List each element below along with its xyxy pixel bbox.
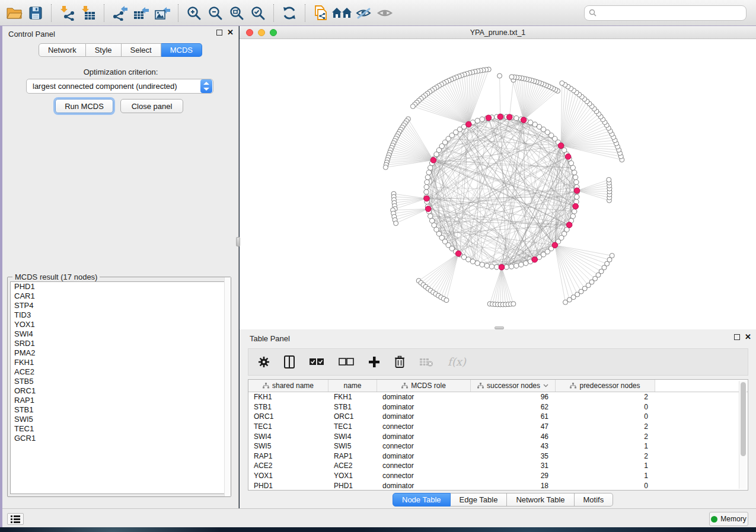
select-all-button[interactable] bbox=[309, 358, 324, 366]
mcds-list-scrollbar[interactable] bbox=[224, 277, 231, 496]
export-table-button[interactable] bbox=[130, 2, 152, 24]
table-row[interactable]: FKH1FKH1dominator962 bbox=[248, 392, 748, 402]
function-builder-button[interactable]: f(x) bbox=[448, 357, 466, 367]
mcds-result-item[interactable]: SRD1 bbox=[11, 339, 228, 348]
close-panel-icon[interactable]: ✕ bbox=[745, 334, 751, 340]
mcds-result-item[interactable]: STB5 bbox=[11, 377, 228, 386]
tab-network[interactable]: Network bbox=[39, 43, 86, 57]
show-columns-button[interactable] bbox=[284, 355, 295, 368]
mcds-result-item[interactable]: STB1 bbox=[11, 405, 228, 415]
table-row[interactable]: ACE2ACE2connector311 bbox=[248, 461, 748, 471]
table-cell: ORC1 bbox=[328, 412, 377, 421]
duplicate-network-button[interactable] bbox=[310, 2, 331, 24]
delete-column-button[interactable] bbox=[394, 355, 405, 368]
table-cell: 1 bbox=[556, 442, 655, 450]
run-mcds-button[interactable]: Run MCDS bbox=[55, 99, 113, 113]
table-cell: dominator bbox=[377, 412, 471, 421]
network-title: YPA_prune.txt_1 bbox=[240, 28, 756, 37]
import-network-button[interactable] bbox=[56, 2, 78, 24]
delete-table-button[interactable] bbox=[419, 357, 433, 367]
shared-column-icon bbox=[477, 383, 484, 389]
table-cell: 46 bbox=[471, 432, 556, 441]
column-header-successor-nodes[interactable]: successor nodes bbox=[471, 380, 556, 392]
settings-gear-button[interactable] bbox=[258, 356, 270, 368]
table-cell: SWI5 bbox=[248, 442, 328, 450]
tab-network-table[interactable]: Network Table bbox=[507, 493, 574, 507]
mcds-result-item[interactable]: STP4 bbox=[11, 301, 228, 310]
mcds-result-item[interactable]: FKH1 bbox=[11, 358, 228, 367]
mcds-result-item[interactable]: GCR1 bbox=[11, 434, 228, 443]
column-header-predecessor-nodes[interactable]: predecessor nodes bbox=[556, 380, 655, 392]
zoom-selected-button[interactable] bbox=[247, 2, 269, 24]
mcds-result-item[interactable]: PMA2 bbox=[11, 348, 228, 358]
import-table-button[interactable] bbox=[78, 2, 99, 24]
table-row[interactable]: PHD1PHD1dominator180 bbox=[248, 480, 748, 491]
table-cell: ACE2 bbox=[248, 462, 328, 470]
zoom-fit-button[interactable] bbox=[226, 2, 247, 24]
mcds-result-item[interactable]: YOX1 bbox=[11, 320, 228, 329]
zoom-in-button[interactable] bbox=[183, 2, 205, 24]
mcds-result-item[interactable]: PHD1 bbox=[11, 282, 228, 291]
mcds-result-item[interactable]: TID3 bbox=[11, 310, 228, 320]
mcds-result-list[interactable]: PHD1CAR1STP4TID3YOX1SWI4SRD1PMA2FKH1ACE2… bbox=[10, 281, 228, 494]
column-header-mcds-role[interactable]: MCDS role bbox=[377, 380, 471, 392]
network-canvas[interactable] bbox=[240, 39, 756, 326]
tab-mcds[interactable]: MCDS bbox=[161, 43, 202, 57]
table-row[interactable]: SWI4SWI4dominator462 bbox=[248, 431, 748, 441]
save-session-button[interactable] bbox=[25, 2, 46, 24]
deselect-all-button[interactable] bbox=[339, 358, 354, 366]
table-row[interactable]: RAP1RAP1dominator352 bbox=[248, 451, 748, 462]
float-panel-icon[interactable] bbox=[734, 334, 740, 340]
show-panels-button[interactable] bbox=[7, 513, 24, 525]
table-row[interactable]: YOX1YOX1connector291 bbox=[248, 471, 748, 481]
vertical-splitter-handle[interactable] bbox=[236, 237, 240, 246]
column-header-shared-name[interactable]: shared name bbox=[248, 380, 328, 392]
mcds-result-item[interactable]: ACE2 bbox=[11, 367, 228, 377]
table-row[interactable]: STB1STB1dominator620 bbox=[248, 402, 748, 412]
zoom-fit-icon bbox=[229, 5, 244, 21]
table-row[interactable]: TEC1TEC1connector472 bbox=[248, 422, 748, 432]
close-panel-icon[interactable]: ✕ bbox=[227, 30, 234, 36]
add-column-button[interactable] bbox=[368, 356, 380, 368]
export-network-button[interactable] bbox=[109, 2, 130, 24]
open-folder-icon bbox=[6, 6, 23, 20]
mcds-result-item[interactable]: CAR1 bbox=[11, 291, 228, 301]
column-header-name[interactable]: name bbox=[328, 380, 377, 392]
tab-node-table[interactable]: Node Table bbox=[393, 493, 451, 507]
float-panel-icon[interactable] bbox=[216, 30, 222, 36]
zoom-out-button[interactable] bbox=[205, 2, 226, 24]
table-scrollbar[interactable] bbox=[739, 381, 747, 489]
show-all-button[interactable] bbox=[374, 2, 395, 24]
mcds-result-item[interactable]: ORC1 bbox=[11, 386, 228, 396]
table-cell: 62 bbox=[471, 403, 556, 411]
tab-motifs[interactable]: Motifs bbox=[575, 493, 614, 507]
table-cell: PHD1 bbox=[328, 482, 377, 490]
table-row[interactable]: ORC1ORC1dominator610 bbox=[248, 412, 748, 422]
search-field-wrap bbox=[584, 5, 747, 21]
memory-button[interactable]: Memory bbox=[709, 512, 748, 526]
tab-edge-table[interactable]: Edge Table bbox=[451, 493, 508, 507]
mcds-result-item[interactable]: SWI5 bbox=[11, 415, 228, 424]
table-cell: 31 bbox=[471, 462, 556, 470]
tab-style[interactable]: Style bbox=[86, 43, 122, 57]
table-cell: 0 bbox=[556, 482, 655, 490]
search-input[interactable] bbox=[584, 5, 747, 21]
table-scrollbar-thumb[interactable] bbox=[741, 382, 746, 456]
open-file-button[interactable] bbox=[4, 2, 25, 24]
mcds-result-item[interactable]: TEC1 bbox=[11, 424, 228, 434]
table-cell: dominator bbox=[377, 482, 471, 490]
mcds-result-item[interactable]: SWI4 bbox=[11, 329, 228, 339]
export-image-button[interactable] bbox=[152, 2, 173, 24]
network-graph[interactable] bbox=[240, 39, 756, 326]
refresh-button[interactable] bbox=[279, 2, 300, 24]
table-cell: connector bbox=[377, 462, 471, 470]
close-panel-button[interactable]: Close panel bbox=[120, 99, 183, 113]
tab-select[interactable]: Select bbox=[122, 43, 161, 57]
mcds-result-item[interactable]: RAP1 bbox=[11, 396, 228, 405]
table-row[interactable]: SWI5SWI5connector431 bbox=[248, 441, 748, 451]
hide-selected-button[interactable] bbox=[353, 2, 374, 24]
criterion-select[interactable]: largest connected component (undirected) bbox=[26, 79, 213, 94]
first-neighbors-button[interactable] bbox=[331, 2, 353, 24]
table-cell: 47 bbox=[471, 422, 556, 431]
table-cell: RAP1 bbox=[248, 452, 328, 460]
